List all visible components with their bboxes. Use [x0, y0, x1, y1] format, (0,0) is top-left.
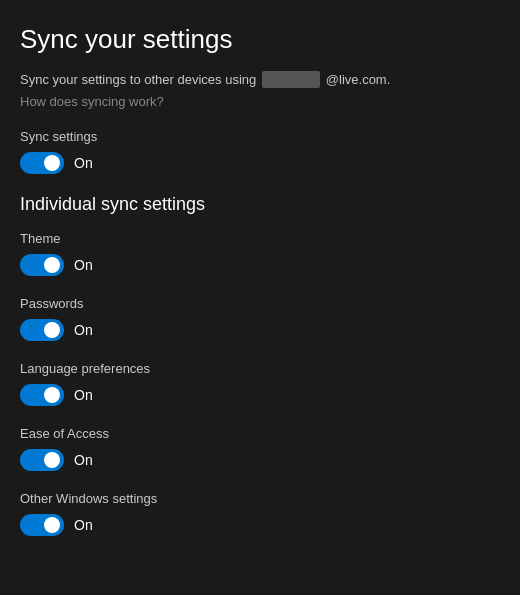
setting-toggle-label-2: On	[74, 387, 93, 403]
toggle-thumb	[44, 257, 60, 273]
setting-label-3: Ease of Access	[20, 426, 500, 441]
setting-toggle-label-1: On	[74, 322, 93, 338]
how-does-syncing-link[interactable]: How does syncing work?	[20, 94, 500, 109]
toggle-track	[20, 319, 64, 341]
setting-label-4: Other Windows settings	[20, 491, 500, 506]
toggle-track	[20, 152, 64, 174]
toggle-thumb	[44, 452, 60, 468]
sync-settings-toggle-label: On	[74, 155, 93, 171]
toggle-track	[20, 514, 64, 536]
setting-group-1: PasswordsOn	[20, 296, 500, 341]
setting-toggle-label-3: On	[74, 452, 93, 468]
setting-toggle-row-1: On	[20, 319, 500, 341]
toggle-thumb	[44, 155, 60, 171]
setting-toggle-3[interactable]	[20, 449, 64, 471]
setting-label-1: Passwords	[20, 296, 500, 311]
email-suffix: @live.com.	[326, 72, 391, 87]
description-prefix: Sync your settings to other devices usin…	[20, 72, 256, 87]
setting-toggle-label-4: On	[74, 517, 93, 533]
setting-toggle-2[interactable]	[20, 384, 64, 406]
toggle-track	[20, 449, 64, 471]
setting-toggle-1[interactable]	[20, 319, 64, 341]
individual-sync-settings-title: Individual sync settings	[20, 194, 500, 215]
sync-description: Sync your settings to other devices usin…	[20, 71, 500, 88]
toggle-thumb	[44, 517, 60, 533]
setting-toggle-row-0: On	[20, 254, 500, 276]
setting-toggle-4[interactable]	[20, 514, 64, 536]
setting-toggle-row-2: On	[20, 384, 500, 406]
sync-settings-toggle-row: On	[20, 152, 500, 174]
setting-label-2: Language preferences	[20, 361, 500, 376]
page-title: Sync your settings	[20, 24, 500, 55]
setting-toggle-row-4: On	[20, 514, 500, 536]
toggle-thumb	[44, 387, 60, 403]
setting-toggle-label-0: On	[74, 257, 93, 273]
toggle-track	[20, 384, 64, 406]
individual-settings-list: ThemeOnPasswordsOnLanguage preferencesOn…	[20, 231, 500, 536]
email-redacted: ••••••••••	[262, 71, 320, 88]
toggle-thumb	[44, 322, 60, 338]
sync-settings-label: Sync settings	[20, 129, 500, 144]
sync-settings-toggle[interactable]	[20, 152, 64, 174]
setting-toggle-row-3: On	[20, 449, 500, 471]
setting-group-0: ThemeOn	[20, 231, 500, 276]
setting-toggle-0[interactable]	[20, 254, 64, 276]
setting-group-3: Ease of AccessOn	[20, 426, 500, 471]
toggle-track	[20, 254, 64, 276]
setting-group-2: Language preferencesOn	[20, 361, 500, 406]
setting-label-0: Theme	[20, 231, 500, 246]
setting-group-4: Other Windows settingsOn	[20, 491, 500, 536]
